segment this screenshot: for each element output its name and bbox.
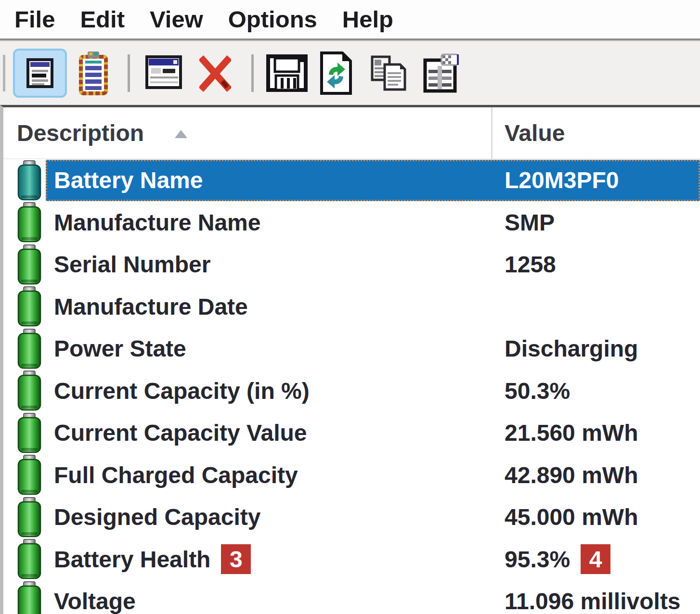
row-description: Full Charged Capacity	[54, 462, 298, 488]
row-body: Designed Capacity45.000 mWh	[46, 497, 700, 538]
row-description: Manufacture Date	[54, 294, 248, 320]
copy-button[interactable]	[370, 55, 408, 91]
row-value: 45.000 mWh	[505, 504, 638, 530]
row-description: Power State	[54, 335, 186, 362]
row-value: 42.890 mWh	[505, 462, 638, 488]
battery-icon	[17, 329, 41, 369]
menu-help[interactable]: Help	[330, 6, 406, 33]
row-value: L20M3PF0	[505, 167, 619, 193]
row-description: Battery Health	[54, 546, 210, 573]
battery-info-view-button[interactable]	[13, 49, 67, 98]
column-header-description[interactable]: Description	[17, 107, 187, 158]
table-row[interactable]: Battery NameL20M3PF0	[3, 159, 700, 202]
row-description: Voltage	[54, 588, 136, 614]
battery-log-view-button[interactable]	[78, 51, 108, 96]
table-row[interactable]: Power StateDischarging	[3, 328, 700, 370]
row-body: Full Charged Capacity42.890 mWh	[46, 455, 700, 496]
row-body: Serial Number1258	[46, 244, 700, 285]
refresh-icon	[319, 51, 353, 96]
report-icon	[26, 58, 53, 88]
row-description: Designed Capacity	[54, 504, 260, 530]
batteryinfoview-window: FileEditViewOptionsHelp Description Valu…	[0, 0, 700, 614]
clipboard-icon	[78, 51, 108, 96]
row-value-cell: 95.3%4	[505, 544, 610, 574]
toolbar-gripper[interactable]	[3, 55, 5, 91]
menu-view[interactable]: View	[137, 6, 216, 33]
battery-icon	[17, 160, 41, 201]
sort-ascending-icon	[175, 130, 187, 138]
row-body: Manufacture NameSMP	[46, 202, 700, 243]
toolbar	[0, 41, 700, 105]
callout-badge-3: 3	[221, 544, 251, 574]
row-body: Voltage11.096 millivolts	[46, 581, 700, 614]
table-row[interactable]: Voltage11.096 millivolts	[3, 580, 700, 614]
row-description: Manufacture Name	[54, 209, 260, 236]
delete-button[interactable]	[199, 53, 231, 93]
row-body: Current Capacity (in %)50.3%	[46, 371, 700, 412]
battery-icon	[17, 413, 41, 453]
battery-icon	[17, 497, 41, 537]
row-description: Current Capacity (in %)	[54, 378, 310, 404]
row-value-cell: 50.3%	[505, 378, 570, 404]
row-description: Serial Number	[54, 251, 210, 278]
battery-icon	[17, 371, 41, 411]
menu-bar: FileEditViewOptionsHelp	[0, 0, 700, 38]
battery-icon	[17, 244, 41, 285]
toolbar-separator	[251, 54, 254, 92]
battery-icon	[17, 581, 41, 614]
row-body: Battery Health395.3%4	[46, 539, 700, 580]
window-icon	[145, 55, 183, 91]
table-row[interactable]: Current Capacity Value21.560 mWh	[3, 412, 700, 454]
table-row[interactable]: Serial Number1258	[3, 243, 700, 286]
row-value-cell: 42.890 mWh	[505, 462, 638, 488]
row-value-cell: 21.560 mWh	[505, 420, 638, 446]
selected-row-highlight: Battery NameL20M3PF0	[46, 160, 700, 201]
battery-info-list: Description Value Battery NameL20M3PF0Ma…	[0, 105, 700, 614]
list-header: Description Value	[3, 107, 700, 159]
properties-button[interactable]	[423, 53, 460, 93]
delete-x-icon	[199, 53, 231, 93]
row-value: 95.3%	[505, 546, 570, 573]
table-row[interactable]: Full Charged Capacity42.890 mWh	[3, 454, 700, 497]
menu-options[interactable]: Options	[216, 6, 330, 33]
toolbar-separator	[128, 54, 130, 92]
edit-properties-icon	[423, 53, 460, 93]
row-description: Current Capacity Value	[54, 420, 307, 446]
table-row[interactable]: Battery Health395.3%4	[3, 538, 700, 581]
row-value-cell: 11.096 millivolts	[505, 588, 681, 614]
row-value-cell: 1258	[505, 251, 556, 278]
save-icon	[266, 54, 308, 92]
row-value: Discharging	[505, 335, 638, 362]
row-body: Power StateDischarging	[46, 328, 700, 370]
battery-icon	[17, 455, 41, 495]
table-row[interactable]: Designed Capacity45.000 mWh	[3, 496, 700, 538]
refresh-button[interactable]	[319, 51, 353, 96]
table-row[interactable]: Manufacture NameSMP	[3, 202, 700, 244]
callout-badge-4: 4	[581, 544, 610, 574]
copy-icon	[370, 55, 408, 91]
row-value: 50.3%	[505, 378, 570, 404]
row-body: Manufacture Date	[46, 286, 700, 328]
menu-file[interactable]: File	[2, 6, 67, 33]
table-row[interactable]: Current Capacity (in %)50.3%	[3, 370, 700, 412]
list-rows: Battery NameL20M3PF0Manufacture NameSMPS…	[3, 159, 700, 614]
row-value-cell: 45.000 mWh	[505, 504, 638, 530]
battery-icon	[17, 286, 41, 327]
column-divider[interactable]	[491, 107, 493, 159]
row-value: 11.096 millivolts	[505, 588, 681, 614]
table-row[interactable]: Manufacture Date	[3, 286, 700, 328]
menu-edit[interactable]: Edit	[67, 6, 137, 33]
column-header-value[interactable]: Value	[505, 107, 565, 158]
row-value: 21.560 mWh	[505, 420, 638, 446]
save-button[interactable]	[266, 54, 308, 92]
row-value-cell: Discharging	[505, 335, 638, 362]
properties-window-button[interactable]	[145, 55, 183, 91]
row-value-cell: L20M3PF0	[505, 167, 619, 193]
row-value: SMP	[505, 209, 555, 236]
row-value-cell: SMP	[505, 209, 555, 236]
column-header-description-label: Description	[17, 120, 144, 146]
battery-icon	[17, 202, 41, 243]
row-body: Current Capacity Value21.560 mWh	[46, 412, 700, 454]
battery-icon	[17, 539, 41, 579]
row-description: Battery Name	[54, 167, 203, 193]
